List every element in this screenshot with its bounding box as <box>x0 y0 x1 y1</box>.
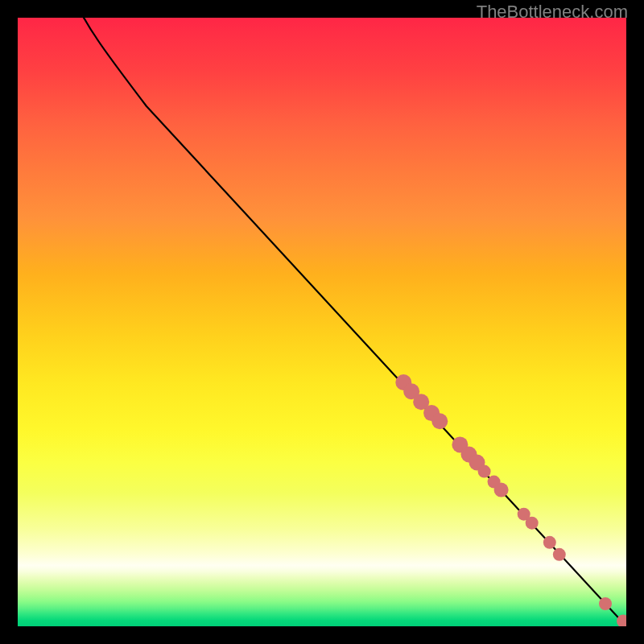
data-point <box>494 483 509 497</box>
chart-stage: TheBottleneck.com <box>0 0 644 644</box>
plot-area <box>18 18 626 626</box>
chart-svg <box>18 18 626 626</box>
watermark-text: TheBottleneck.com <box>477 2 628 23</box>
data-point <box>431 413 448 429</box>
data-point <box>526 517 539 530</box>
data-point <box>543 536 556 549</box>
data-point <box>599 597 612 610</box>
bottleneck-curve <box>84 18 626 626</box>
data-point <box>553 548 566 561</box>
data-point <box>478 465 491 478</box>
